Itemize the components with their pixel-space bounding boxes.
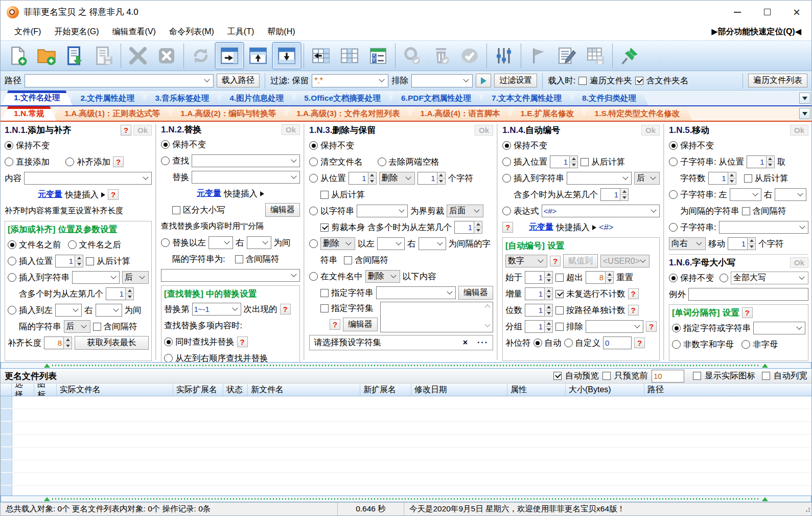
help-button[interactable]: ? (502, 222, 513, 233)
help-button[interactable]: ? (634, 338, 645, 348)
keep-radio[interactable] (161, 140, 170, 149)
insert-pos-stepper[interactable] (55, 255, 83, 267)
tab-pdf-attr[interactable]: 6.PDF文档属性处理 (389, 92, 483, 105)
checklist-icon[interactable] (364, 42, 392, 69)
tab-text-attr[interactable]: 7.文本文件属性处理 (479, 92, 574, 105)
delete-select3[interactable]: 删除 (365, 270, 400, 283)
trim-radio[interactable] (378, 158, 386, 166)
ok-button[interactable]: Ok (790, 125, 808, 136)
include-sep-checkbox[interactable] (742, 207, 750, 215)
columns-middle-icon[interactable] (335, 42, 364, 69)
find-combobox[interactable] (192, 154, 300, 167)
charset-checkbox[interactable] (320, 304, 329, 312)
per-path-checkbox[interactable] (555, 306, 564, 315)
help-button[interactable]: ? (108, 189, 119, 200)
clear-preset-icon[interactable]: × (463, 338, 468, 347)
non-alnum-radio[interactable] (672, 340, 681, 349)
expression-radio[interactable] (502, 207, 511, 215)
include-sep-checkbox[interactable] (93, 323, 101, 331)
subtab-encoding[interactable]: 1.A.高级(2)：编码与转换等 (168, 107, 288, 121)
panel-down-icon[interactable] (272, 42, 301, 69)
pad-add-radio[interactable] (65, 158, 74, 166)
include-sep-checkbox[interactable] (344, 256, 352, 264)
panel-up-icon[interactable] (244, 42, 272, 69)
keep-radio[interactable] (5, 141, 13, 150)
sub-pos-stepper[interactable] (747, 155, 775, 168)
ok-button[interactable]: Ok (282, 124, 300, 135)
sub-tabs-dropdown[interactable] (799, 108, 810, 119)
menu-edit-view[interactable]: 编辑查看(V) (106, 25, 163, 39)
column-status[interactable]: 状态 (223, 384, 248, 396)
ok-button[interactable]: Ok (475, 125, 493, 136)
cut-side-select[interactable]: 后面 (447, 205, 483, 217)
in-name-delete-radio[interactable] (309, 272, 318, 281)
nth-occurrence-combobox[interactable]: 1~-1 (192, 303, 241, 316)
tab-classify[interactable]: 8.文件归类处理 (570, 92, 648, 105)
assign-to-button[interactable]: 赋值到 (563, 254, 598, 268)
subtab-regex[interactable]: 1.A.高级(1)：正则表达式等 (52, 107, 172, 121)
delete-icon[interactable] (124, 42, 152, 69)
help-button[interactable]: ? (113, 156, 124, 167)
include-folder-checkbox[interactable] (635, 77, 643, 85)
grid-save-icon[interactable] (581, 42, 610, 69)
column-icon[interactable]: 图标 (34, 384, 57, 396)
right-sep-combobox[interactable] (247, 236, 271, 249)
spec-string-checkbox[interactable] (320, 289, 329, 297)
menu-start-rename[interactable]: 开始更名(G) (48, 25, 105, 39)
exception-input[interactable] (688, 288, 808, 301)
preview-first-checkbox[interactable] (602, 372, 611, 380)
traverse-list-button[interactable]: 遍历文件列表 (748, 74, 807, 87)
subtab-normal[interactable]: 1.N.常规 (2, 106, 56, 121)
charset-textarea[interactable] (380, 302, 493, 332)
cut-string-combobox[interactable] (357, 205, 408, 217)
subtab-compare-list[interactable]: 1.A.高级(3)：文件名对照列表 (284, 107, 412, 121)
custom-pad-input[interactable] (603, 336, 632, 349)
help-button[interactable]: ? (646, 321, 657, 332)
after-name-radio[interactable] (68, 240, 77, 249)
more-presets-icon[interactable]: ··· (477, 338, 489, 347)
keep-radio[interactable] (669, 141, 678, 150)
pad-length-stepper[interactable] (44, 336, 72, 349)
custom-pad-radio[interactable] (564, 339, 573, 347)
column-select[interactable]: 选择 (12, 384, 34, 396)
over-checkbox[interactable] (555, 274, 564, 282)
exclude-checkbox[interactable] (555, 323, 564, 331)
separator-combobox[interactable] (753, 322, 805, 334)
help-button[interactable]: ? (280, 304, 291, 315)
non-alpha-radio[interactable] (741, 340, 750, 349)
tab-file-attr[interactable]: 2.文件属性处理 (68, 92, 147, 105)
add-folder-icon[interactable] (32, 42, 61, 69)
before-name-radio[interactable] (8, 240, 16, 249)
tab-image-info[interactable]: 4.图片信息处理 (217, 92, 296, 105)
replace-between-radio[interactable] (161, 238, 170, 247)
maximize-button[interactable] (752, 1, 782, 24)
auto-preview-checkbox[interactable] (553, 372, 562, 380)
help-button[interactable]: ? (628, 305, 639, 316)
preview-count-input[interactable] (652, 370, 684, 383)
number-type-select[interactable]: 数字 (505, 255, 547, 267)
help-button[interactable]: ? (550, 256, 561, 266)
tab-office-summary[interactable]: 5.Office文档摘要处理 (292, 92, 393, 105)
subtab-script[interactable]: 1.A.高级(4)：语言脚本 (408, 107, 513, 121)
metavar-link[interactable]: 元变量 (38, 189, 62, 200)
apply-confirm-icon[interactable] (455, 42, 484, 69)
move-stepper[interactable] (728, 237, 756, 250)
column-size[interactable]: 大小(Bytes) (566, 384, 644, 396)
columns-left-icon[interactable] (307, 42, 335, 69)
find-radio[interactable] (161, 156, 170, 165)
column-path[interactable]: 路径 (644, 384, 811, 396)
tab-music-tag[interactable]: 3.音乐标签处理 (143, 92, 221, 105)
show-icon-checkbox[interactable] (693, 372, 701, 380)
scroll-up-icon[interactable] (484, 304, 490, 310)
column-actual-ext[interactable]: 实际扩展名 (173, 384, 223, 396)
from-end-checkbox[interactable] (581, 158, 589, 166)
pin-icon[interactable] (615, 42, 644, 69)
metavar-link[interactable]: 元变量 (197, 188, 221, 199)
delete-confirm-icon[interactable] (427, 42, 455, 69)
column-attributes[interactable]: 属性 (507, 384, 566, 396)
minimize-button[interactable] (723, 1, 752, 24)
quick-locate-link[interactable]: ▶部分功能快速定位(Q)◀ (711, 27, 804, 37)
right-sep-combobox[interactable] (96, 304, 122, 317)
from-position-radio[interactable] (309, 174, 318, 183)
direct-add-radio[interactable] (5, 158, 13, 166)
